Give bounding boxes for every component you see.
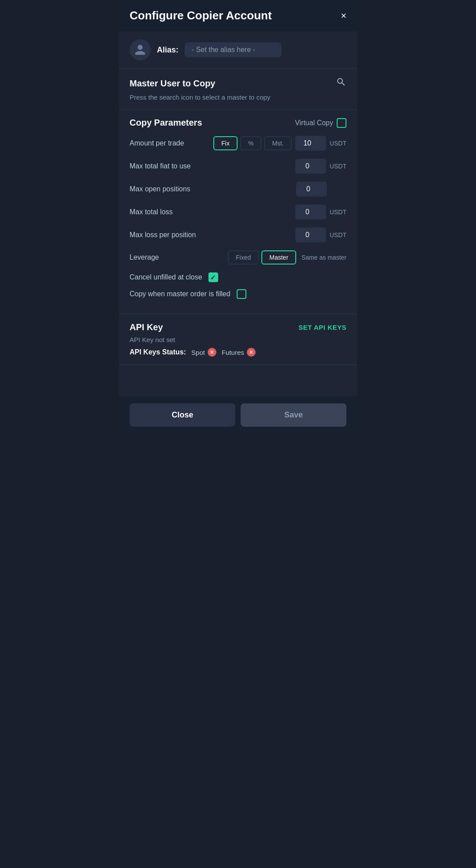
modal-footer: Close Save	[119, 396, 357, 434]
max-loss-per-position-unit: USDT	[330, 231, 346, 238]
modal-header: Configure Copier Account ×	[119, 0, 357, 31]
copy-params-header: Copy Parameters Virtual Copy	[130, 118, 346, 128]
save-button[interactable]: Save	[241, 403, 346, 427]
amount-per-trade-label: Amount per trade	[130, 139, 184, 147]
max-open-positions-row: Max open positions	[130, 182, 346, 197]
api-not-set-text: API Key not set	[130, 336, 346, 343]
percent-toggle-button[interactable]: %	[240, 136, 261, 150]
spot-error-icon: ✕	[208, 348, 216, 357]
max-total-fiat-row: Max total fiat to use USDT	[130, 159, 346, 174]
max-total-loss-input[interactable]	[295, 205, 326, 220]
modal-title: Configure Copier Account	[130, 9, 272, 22]
copy-when-filled-checkbox[interactable]	[237, 289, 246, 299]
alias-section: Alias:	[119, 31, 357, 69]
search-icon-button[interactable]	[336, 77, 346, 90]
max-open-positions-input[interactable]	[296, 182, 327, 197]
spacer	[119, 365, 357, 396]
amount-per-trade-row: Amount per trade Fix % Mst. USDT	[130, 136, 346, 151]
max-loss-per-position-input[interactable]	[295, 227, 326, 242]
amount-toggle-group: Fix % Mst.	[213, 136, 292, 150]
virtual-copy-checkbox[interactable]	[337, 118, 346, 128]
mst-toggle-button[interactable]: Mst.	[264, 136, 291, 150]
leverage-toggle-group: Fixed Master	[228, 250, 296, 264]
amount-per-trade-controls: Fix % Mst. USDT	[213, 136, 346, 151]
copy-parameters-section: Copy Parameters Virtual Copy Amount per …	[119, 110, 357, 314]
leverage-fixed-button[interactable]: Fixed	[228, 250, 259, 264]
cancel-unfilled-checkmark: ✓	[210, 274, 216, 281]
set-api-keys-button[interactable]: Set API Keys	[298, 324, 346, 331]
max-open-positions-label: Max open positions	[130, 185, 190, 193]
max-total-loss-unit: USDT	[330, 209, 346, 216]
alias-label: Alias:	[157, 45, 178, 55]
max-total-loss-row: Max total loss USDT	[130, 205, 346, 220]
leverage-same-as-master: Same as master	[301, 254, 346, 261]
max-total-fiat-controls: USDT	[295, 159, 346, 174]
leverage-label: Leverage	[130, 253, 159, 261]
cancel-unfilled-row: Cancel unfilled at close ✓	[130, 272, 346, 282]
max-total-fiat-unit: USDT	[330, 163, 346, 170]
configure-copier-modal: Configure Copier Account × Alias: Master…	[119, 0, 357, 434]
avatar	[130, 39, 151, 60]
leverage-controls: Fixed Master Same as master	[228, 250, 346, 264]
cancel-unfilled-checkbox[interactable]: ✓	[208, 272, 218, 282]
max-total-fiat-input[interactable]	[295, 159, 326, 174]
spot-status-badge: Spot ✕	[191, 348, 216, 357]
api-key-title: API Key	[130, 322, 163, 332]
copy-params-title: Copy Parameters	[130, 118, 202, 128]
copy-when-filled-label: Copy when master order is filled	[130, 290, 231, 298]
api-key-section: API Key Set API Keys API Key not set API…	[119, 314, 357, 365]
futures-error-icon: ✕	[247, 348, 256, 357]
alias-input[interactable]	[185, 42, 282, 57]
amount-per-trade-unit: USDT	[330, 140, 346, 147]
cancel-unfilled-label: Cancel unfilled at close	[130, 273, 202, 281]
max-total-loss-label: Max total loss	[130, 208, 173, 216]
api-key-header: API Key Set API Keys	[130, 322, 346, 332]
master-user-header: Master User to Copy	[130, 77, 346, 90]
max-total-loss-controls: USDT	[295, 205, 346, 220]
max-loss-per-position-row: Max loss per position USDT	[130, 227, 346, 242]
max-loss-per-position-controls: USDT	[295, 227, 346, 242]
max-open-positions-controls	[296, 182, 346, 197]
master-user-section: Master User to Copy Press the search ico…	[119, 69, 357, 110]
leverage-row: Leverage Fixed Master Same as master	[130, 250, 346, 264]
fix-toggle-button[interactable]: Fix	[213, 136, 238, 150]
max-total-fiat-label: Max total fiat to use	[130, 162, 191, 170]
virtual-copy-label: Virtual Copy	[295, 119, 333, 127]
futures-label: Futures	[222, 349, 244, 356]
api-status-row: API Keys Status: Spot ✕ Futures ✕	[130, 348, 346, 357]
close-footer-button[interactable]: Close	[130, 403, 235, 427]
futures-status-badge: Futures ✕	[222, 348, 256, 357]
copy-when-filled-row: Copy when master order is filled	[130, 289, 346, 299]
leverage-master-button[interactable]: Master	[261, 250, 296, 264]
close-icon-button[interactable]: ×	[341, 11, 346, 21]
amount-per-trade-input[interactable]	[295, 136, 326, 151]
master-user-description: Press the search icon to select a master…	[130, 93, 270, 101]
max-loss-per-position-label: Max loss per position	[130, 231, 196, 239]
virtual-copy-container: Virtual Copy	[295, 118, 346, 128]
api-status-label: API Keys Status:	[130, 348, 186, 356]
spot-label: Spot	[191, 349, 205, 356]
master-user-title: Master User to Copy	[130, 78, 216, 89]
